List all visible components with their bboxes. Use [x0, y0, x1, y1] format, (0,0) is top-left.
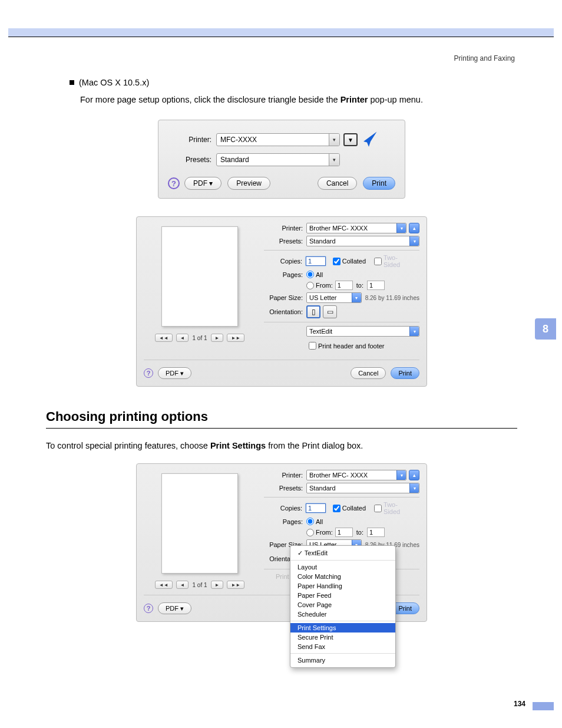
paper-size-popup[interactable]: US Letter ▾	[306, 292, 362, 303]
popup-arrows-icon: ▾	[409, 327, 419, 336]
collated-check-input[interactable]	[333, 258, 340, 265]
menu-separator	[290, 621, 395, 621]
collated-checkbox[interactable]: Collated	[330, 503, 366, 514]
pager-last-button[interactable]: ►►	[227, 334, 244, 342]
to-label: to:	[356, 282, 363, 289]
divider	[264, 322, 419, 322]
menu-item-paper-handling[interactable]: Paper Handling	[290, 581, 395, 591]
all-radio-input[interactable]	[306, 271, 314, 278]
pager-last-button[interactable]: ►►	[227, 581, 244, 589]
portrait-icon: ▯	[312, 308, 316, 316]
presets-popup[interactable]: Standard ▾	[306, 483, 419, 493]
to-field[interactable]: 1	[367, 281, 385, 290]
pager-next-button[interactable]: ►	[211, 334, 224, 342]
help-button[interactable]: ?	[144, 604, 153, 613]
print-header-footer-checkbox[interactable]: Print header and footer	[306, 340, 385, 351]
two-sided-label: Two-Sided	[384, 501, 414, 515]
popup-arrows-icon: ▾	[352, 293, 361, 302]
help-button[interactable]: ?	[144, 368, 153, 378]
print-dialog-with-menu: ◄◄ ◄ 1 of 1 ► ►► Printer: Brother MFC- X…	[136, 463, 427, 622]
print-dialog-expanded: ◄◄ ◄ 1 of 1 ► ►► Printer: Brother MFC- X…	[136, 216, 427, 387]
menu-item-summary[interactable]: Summary	[290, 655, 395, 665]
svg-marker-0	[363, 132, 377, 147]
bullet-item: (Mac OS X 10.5.x)	[70, 78, 517, 87]
collated-checkbox[interactable]: Collated	[330, 256, 366, 267]
menu-item-secure-print[interactable]: Secure Print	[290, 633, 395, 642]
help-button[interactable]: ?	[168, 177, 180, 189]
intro-suffix: pop-up menu.	[368, 95, 423, 104]
printer-popup[interactable]: Brother MFC- XXXX ▾	[306, 223, 406, 233]
printer-value: Brother MFC- XXXX	[309, 225, 368, 232]
popup-arrows-icon: ▾	[409, 236, 419, 246]
pages-all-radio[interactable]: All	[306, 518, 323, 525]
menu-item-send-fax[interactable]: Send Fax	[290, 642, 395, 651]
pdf-button[interactable]: PDF ▾	[184, 177, 222, 190]
menu-item-textedit[interactable]: TextEdit	[290, 548, 395, 558]
two-sided-check-input[interactable]	[374, 258, 382, 265]
two-sided-check-input[interactable]	[374, 505, 382, 512]
collated-check-input[interactable]	[333, 505, 340, 512]
menu-item-layout[interactable]: Layout	[290, 562, 395, 572]
cancel-button[interactable]: Cancel	[318, 177, 357, 190]
menu-item-color-matching[interactable]: Color Matching	[290, 572, 395, 581]
pages-from-radio[interactable]: From:	[306, 282, 333, 289]
pdf-button[interactable]: PDF ▾	[158, 367, 191, 379]
intro-bold: Printer	[340, 95, 368, 104]
menu-item-print-settings[interactable]: Print Settings	[290, 623, 395, 633]
two-sided-checkbox[interactable]: Two-Sided	[372, 254, 414, 268]
panel-value: TextEdit	[309, 328, 332, 335]
preview-button[interactable]: Preview	[227, 177, 270, 190]
from-radio-input[interactable]	[306, 282, 314, 289]
menu-item-paper-feed[interactable]: Paper Feed	[290, 591, 395, 600]
two-sided-checkbox[interactable]: Two-Sided	[372, 501, 414, 515]
pdf-button[interactable]: PDF ▾	[158, 602, 191, 614]
menu-item-cover-page[interactable]: Cover Page	[290, 600, 395, 610]
pager-first-button[interactable]: ◄◄	[155, 581, 173, 589]
hf-check-input[interactable]	[309, 342, 316, 350]
disclosure-triangle-button[interactable]: ▼	[343, 133, 358, 146]
disclosure-triangle-button[interactable]: ▴	[409, 470, 419, 480]
pages-all-radio[interactable]: All	[306, 271, 323, 278]
pager-prev-button[interactable]: ◄	[176, 334, 189, 342]
from-field[interactable]: 1	[335, 528, 353, 537]
pager-first-button[interactable]: ◄◄	[155, 334, 173, 342]
presets-popup[interactable]: Standard ▾	[216, 153, 340, 166]
copies-field[interactable]: 1	[306, 503, 326, 513]
panel-popup-menu[interactable]: TextEdit Layout Color Matching Paper Han…	[290, 545, 396, 668]
menu-item-scheduler[interactable]: Scheduler	[290, 610, 395, 619]
printer-popup[interactable]: MFC-XXXX ▾	[216, 133, 340, 146]
pager-next-button[interactable]: ►	[211, 581, 224, 589]
orientation-portrait-button[interactable]: ▯	[306, 305, 320, 318]
pager-status: 1 of 1	[192, 335, 207, 341]
preview-pager: ◄◄ ◄ 1 of 1 ► ►►	[144, 334, 256, 342]
page-number: 134	[514, 700, 525, 708]
printer-label: Printer:	[168, 136, 211, 144]
pager-status: 1 of 1	[192, 582, 207, 588]
body-bold: Print Settings	[210, 441, 266, 450]
presets-popup[interactable]: Standard ▾	[306, 236, 419, 246]
orientation-label: Orientation:	[264, 308, 303, 315]
printer-popup[interactable]: Brother MFC- XXXX ▾	[306, 470, 406, 480]
copies-field[interactable]: 1	[306, 256, 326, 266]
presets-label: Presets:	[168, 156, 211, 164]
to-field[interactable]: 1	[367, 528, 385, 537]
menu-separator	[290, 560, 395, 561]
orientation-landscape-button[interactable]: ▭	[323, 305, 337, 318]
pager-prev-button[interactable]: ◄	[176, 581, 189, 589]
disclosure-triangle-button[interactable]: ▴	[409, 223, 419, 233]
cancel-button[interactable]: Cancel	[351, 367, 386, 379]
print-button[interactable]: Print	[363, 177, 395, 190]
paper-size-label: Paper Size:	[264, 294, 303, 301]
pages-from-radio[interactable]: From:	[306, 529, 333, 536]
page-header-rule	[8, 37, 554, 37]
print-button[interactable]: Print	[391, 367, 419, 379]
intro-paragraph: For more page setup options, click the d…	[80, 93, 517, 107]
page-header-bar	[8, 28, 554, 37]
from-radio-input[interactable]	[306, 529, 314, 536]
popup-arrows-icon: ▾	[329, 134, 339, 146]
all-radio-input[interactable]	[306, 518, 314, 525]
body-prefix: To control special printing features, ch…	[46, 441, 210, 450]
panel-popup[interactable]: TextEdit ▾	[306, 326, 419, 337]
from-field[interactable]: 1	[335, 281, 353, 290]
menu-separator	[290, 653, 395, 654]
